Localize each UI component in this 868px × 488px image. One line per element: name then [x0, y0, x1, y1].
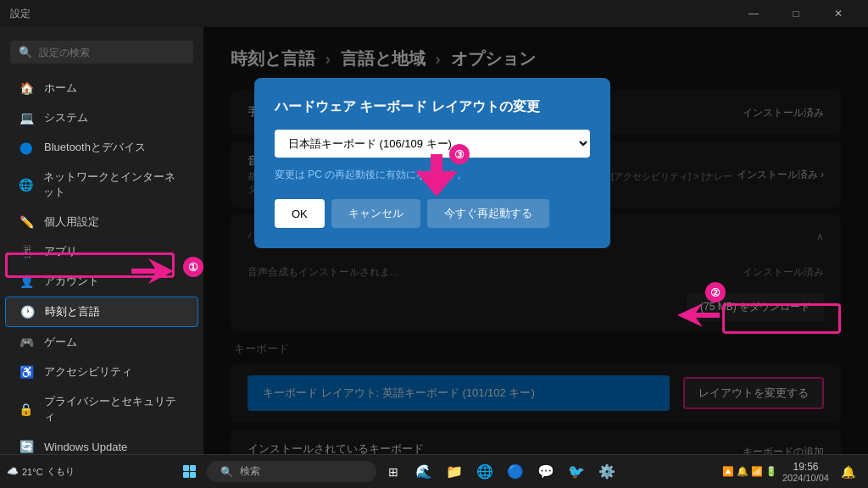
sidebar: 🔍 🏠 ホーム 💻 システム ⬤ Bluetoothとデバイス 🌐 ネットワーク… — [0, 27, 203, 454]
minimize-button[interactable]: — — [734, 0, 773, 27]
account-icon: 👤 — [19, 274, 34, 289]
taskbar-app-4[interactable]: 🔵 — [502, 458, 529, 485]
annotation-circle-1: ① — [183, 257, 203, 277]
date: 2024/10/04 — [782, 473, 829, 483]
taskview-button[interactable]: ⊞ — [380, 458, 407, 485]
weather-icon: ☁️ — [7, 466, 19, 477]
windows-logo-icon — [183, 465, 197, 479]
content-area: 時刻と言語 › 言語と地域 › オプション 手書き インストール済み 音声合成 — [203, 27, 868, 454]
taskbar-app-7[interactable]: ⚙️ — [593, 458, 620, 485]
taskbar-app-3[interactable]: 🌐 — [471, 458, 498, 485]
sidebar-item-label: プライバシーとセキュリティ — [44, 394, 185, 424]
apps-icon: 📱 — [19, 244, 34, 259]
notification-button[interactable]: 🔔 — [834, 458, 861, 485]
sidebar-item-label: システム — [44, 110, 88, 125]
sidebar-item-label: 時刻と言語 — [45, 304, 100, 319]
network-icon: 🌐 — [19, 177, 33, 192]
pink-arrow-3 — [415, 154, 458, 200]
annotation-circle-2: ② — [705, 282, 726, 302]
system-tray-icons: 🔼 🔔 📶 🔋 — [722, 466, 777, 477]
taskbar: ☁️ 21°C くもり 🔍 検索 ⊞ 🌊 📁 🌐 — [0, 454, 868, 488]
temperature: 21°C — [22, 467, 43, 477]
sidebar-item-privacy[interactable]: 🔒 プライバシーとセキュリティ — [5, 387, 198, 431]
sidebar-search-input[interactable] — [39, 47, 185, 58]
sidebar-search-box[interactable]: 🔍 — [10, 41, 193, 64]
weather-desc: くもり — [47, 465, 75, 478]
taskbar-app-2[interactable]: 📁 — [441, 458, 468, 485]
pink-arrow-1 — [131, 258, 174, 287]
svg-marker-2 — [131, 258, 174, 284]
dialog-buttons: OK キャンセル 今すぐ再起動する — [275, 199, 590, 228]
sidebar-item-time-language[interactable]: 🕐 時刻と言語 — [5, 297, 198, 327]
sidebar-item-personalization[interactable]: ✏️ 個人用設定 — [5, 208, 198, 236]
dialog-restart-button[interactable]: 今すぐ再起動する — [427, 199, 549, 228]
sidebar-item-label: Bluetoothとデバイス — [44, 140, 146, 155]
taskbar-app-5[interactable]: 💬 — [532, 458, 559, 485]
svg-marker-4 — [415, 154, 458, 197]
update-icon: 🔄 — [19, 439, 34, 454]
time-icon: 🕐 — [19, 304, 35, 319]
gaming-icon: 🎮 — [19, 335, 34, 350]
taskbar-app-1[interactable]: 🌊 — [410, 458, 437, 485]
sidebar-item-system[interactable]: 💻 システム — [5, 103, 198, 132]
clock[interactable]: 19:56 2024/10/04 — [782, 461, 829, 483]
search-icon: 🔍 — [19, 46, 32, 58]
home-icon: 🏠 — [19, 80, 34, 96]
sidebar-item-label: アカウント — [44, 274, 99, 289]
weather-widget: ☁️ 21°C くもり — [7, 465, 75, 478]
close-button[interactable]: ✕ — [819, 0, 858, 27]
system-icon: 💻 — [19, 110, 34, 125]
dialog-overlay: ハードウェア キーボード レイアウトの変更 日本語キーボード (106/109 … — [203, 27, 868, 454]
taskbar-right: 🔼 🔔 📶 🔋 19:56 2024/10/04 🔔 — [722, 458, 861, 485]
app-container: 🔍 🏠 ホーム 💻 システム ⬤ Bluetoothとデバイス 🌐 ネットワーク… — [0, 27, 868, 454]
window-controls: — □ ✕ — [734, 0, 858, 27]
taskbar-search-box[interactable]: 🔍 検索 — [207, 461, 376, 482]
sidebar-item-label: ゲーム — [44, 335, 77, 350]
sidebar-item-windows-update[interactable]: 🔄 Windows Update — [5, 432, 198, 454]
taskbar-search-icon: 🔍 — [220, 466, 233, 478]
sidebar-item-label: Windows Update — [44, 441, 127, 453]
app-title: 設定 — [10, 7, 31, 21]
svg-marker-3 — [677, 303, 720, 327]
taskbar-app-6[interactable]: 🐦 — [563, 458, 590, 485]
sidebar-item-home[interactable]: 🏠 ホーム — [5, 74, 198, 103]
start-button[interactable] — [176, 458, 203, 485]
sidebar-item-label: ホーム — [44, 80, 77, 96]
dialog-title: ハードウェア キーボード レイアウトの変更 — [275, 98, 590, 116]
dialog-cancel-button[interactable]: キャンセル — [331, 199, 420, 228]
taskview-icon: ⊞ — [388, 465, 398, 479]
sidebar-item-label: アプリ — [44, 244, 77, 259]
sidebar-item-label: 個人用設定 — [44, 214, 99, 230]
bluetooth-icon: ⬤ — [19, 140, 34, 155]
dialog-ok-button[interactable]: OK — [275, 199, 325, 228]
time: 19:56 — [782, 461, 829, 473]
title-bar: 設定 — □ ✕ — [0, 0, 868, 27]
notification-icon: 🔔 — [841, 465, 855, 479]
pink-arrow-2 — [677, 303, 720, 330]
personalization-icon: ✏️ — [19, 214, 34, 230]
sidebar-item-gaming[interactable]: 🎮 ゲーム — [5, 328, 198, 357]
sidebar-item-bluetooth[interactable]: ⬤ Bluetoothとデバイス — [5, 133, 198, 162]
taskbar-search-label: 検索 — [240, 464, 260, 479]
sidebar-item-accessibility[interactable]: ♿ アクセシビリティ — [5, 358, 198, 386]
sidebar-item-label: ネットワークとインターネット — [43, 169, 185, 200]
privacy-icon: 🔒 — [19, 402, 34, 417]
sidebar-item-network[interactable]: 🌐 ネットワークとインターネット — [5, 163, 198, 207]
maximize-button[interactable]: □ — [776, 0, 815, 27]
sidebar-item-label: アクセシビリティ — [44, 364, 132, 380]
accessibility-icon: ♿ — [19, 364, 34, 380]
